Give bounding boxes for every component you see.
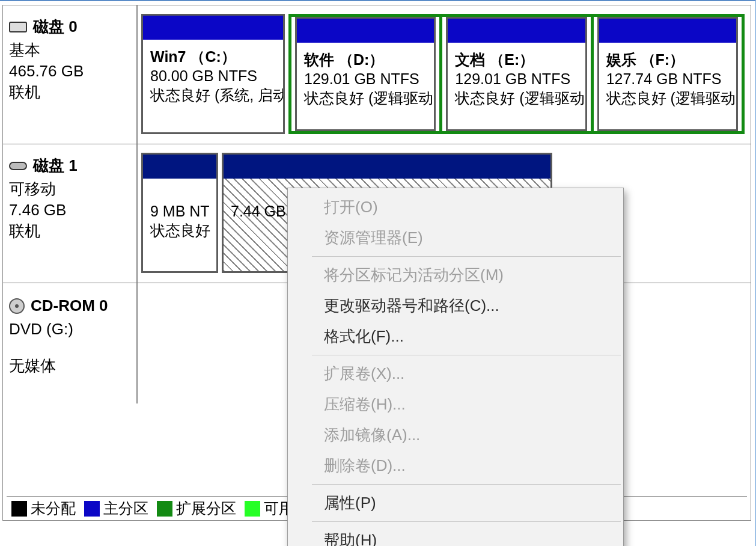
partition-header [297, 19, 434, 43]
menu-separator [312, 355, 621, 355]
disk-name: 磁盘 1 [33, 155, 78, 176]
partition-label: 软件 （D:） [304, 50, 427, 69]
partition-c[interactable]: Win7 （C:） 80.00 GB NTFS 状态良好 (系统, 启动 [141, 14, 285, 134]
partition-header [448, 19, 585, 43]
partition-detail: 129.01 GB NTFS [455, 69, 578, 88]
partition-label: 文档 （E:） [455, 50, 578, 69]
legend-label: 主分区 [103, 498, 148, 518]
menu-change-letter[interactable]: 更改驱动器号和路径(C)... [288, 290, 623, 321]
menu-explorer[interactable]: 资源管理器(E) [288, 222, 623, 253]
menu-format[interactable]: 格式化(F)... [288, 321, 623, 352]
extended-partition: 软件 （D:） 129.01 GB NTFS 状态良好 (逻辑驱动 [288, 14, 745, 134]
partition-area-0: Win7 （C:） 80.00 GB NTFS 状态良好 (系统, 启动 [138, 5, 751, 144]
disk-size: 7.46 GB [9, 200, 130, 221]
cdrom-drive: DVD (G:) [9, 319, 130, 340]
disk-info-0[interactable]: 磁盘 0 基本 465.76 GB 联机 [3, 5, 138, 144]
partition-state: 状态良好 (逻辑驱动 [304, 88, 427, 108]
disk-status: 联机 [9, 221, 130, 242]
menu-mirror[interactable]: 添加镜像(A)... [288, 420, 623, 450]
disk-icon [9, 22, 27, 32]
partition-e[interactable]: 文档 （E:） 129.01 GB NTFS 状态良好 (逻辑驱动器 [446, 17, 587, 131]
menu-extend[interactable]: 扩展卷(X)... [288, 358, 623, 389]
legend-primary: 主分区 [84, 498, 148, 518]
menu-properties[interactable]: 属性(P) [288, 488, 623, 518]
partition-f[interactable]: 娱乐 （F:） 127.74 GB NTFS 状态良好 (逻辑驱动器 [597, 17, 738, 131]
disk-name: 磁盘 0 [33, 16, 78, 37]
legend-extended: 扩展分区 [157, 498, 236, 518]
cdrom-status: 无媒体 [9, 355, 130, 376]
partition-state: 状态良好 (逻辑驱动器 [606, 88, 729, 108]
partition-state: 状态良好 (逻辑驱动器 [455, 88, 578, 108]
disk-row-0: 磁盘 0 基本 465.76 GB 联机 Win7 （C:） 80.00 GB … [3, 5, 751, 144]
legend-unallocated: 未分配 [11, 498, 76, 518]
partition-d[interactable]: 软件 （D:） 129.01 GB NTFS 状态良好 (逻辑驱动 [295, 17, 436, 131]
legend-label: 扩展分区 [176, 498, 236, 518]
disk-type: 可移动 [9, 179, 130, 200]
swatch-icon [11, 501, 27, 517]
menu-help[interactable]: 帮助(H) [288, 525, 623, 546]
menu-shrink[interactable]: 压缩卷(H)... [288, 389, 623, 420]
partition-label: Win7 （C:） [150, 47, 276, 66]
cdrom-icon [9, 298, 25, 314]
removable-disk-icon [9, 162, 27, 170]
cdrom-name: CD-ROM 0 [31, 295, 108, 316]
swatch-icon [157, 501, 172, 517]
partition-detail: 129.01 GB NTFS [304, 69, 427, 88]
menu-separator [312, 484, 621, 485]
disk-management-window: 磁盘 0 基本 465.76 GB 联机 Win7 （C:） 80.00 GB … [0, 0, 756, 546]
disk-type: 基本 [9, 40, 130, 61]
partition-detail: 80.00 GB NTFS [150, 66, 276, 85]
disk-status: 联机 [9, 82, 130, 103]
partition-detail: 9 MB NT [150, 201, 209, 221]
disk-size: 465.76 GB [9, 61, 130, 82]
menu-separator [312, 256, 621, 257]
cdrom-info[interactable]: CD-ROM 0 DVD (G:) 无媒体 [3, 283, 138, 403]
menu-separator [312, 521, 621, 522]
partition-header [224, 155, 550, 179]
menu-mark-active[interactable]: 将分区标记为活动分区(M) [288, 260, 623, 290]
partition-context-menu: 打开(O) 资源管理器(E) 将分区标记为活动分区(M) 更改驱动器号和路径(C… [287, 188, 624, 546]
partition-state: 状态良好 (系统, 启动 [150, 85, 276, 105]
legend-label: 未分配 [31, 498, 76, 518]
partition-header [143, 155, 216, 179]
swatch-icon [245, 501, 260, 517]
swatch-icon [84, 501, 100, 517]
partition-detail: 127.74 GB NTFS [606, 69, 729, 88]
disk-info-1[interactable]: 磁盘 1 可移动 7.46 GB 联机 [3, 144, 138, 283]
partition-header [599, 19, 736, 43]
partition-small[interactable]: 9 MB NT 状态良好 [141, 153, 218, 273]
menu-open[interactable]: 打开(O) [288, 192, 623, 222]
menu-delete[interactable]: 删除卷(D)... [288, 450, 623, 481]
partition-state: 状态良好 [150, 221, 209, 240]
partition-header [143, 16, 283, 40]
partition-label: 娱乐 （F:） [606, 50, 729, 69]
